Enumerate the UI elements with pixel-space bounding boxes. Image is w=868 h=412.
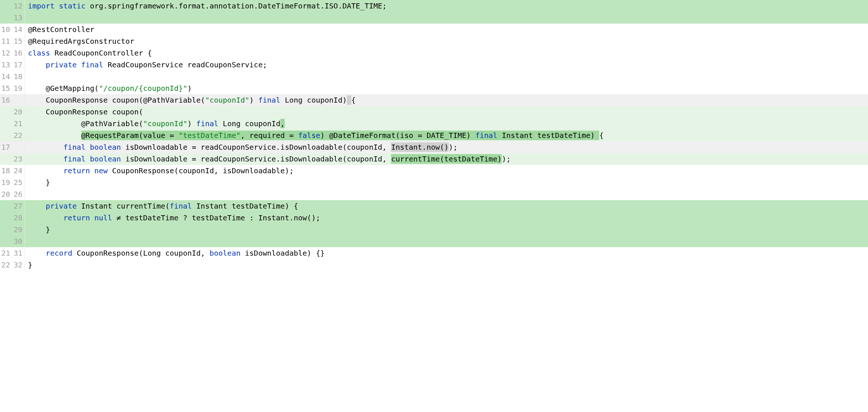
diff-line[interactable]: 28 return null ≠ testDateTime ? testDate… bbox=[0, 212, 868, 224]
gutter[interactable]: 1824 bbox=[0, 165, 25, 177]
word-diff-added: currentTime(testDateTime) bbox=[391, 154, 502, 164]
diff-line[interactable]: 21 @PathVariable("couponId") final Long … bbox=[0, 118, 868, 129]
diff-line[interactable]: 2232} bbox=[0, 259, 868, 271]
code-text: ReadCouponService readCouponService; bbox=[108, 60, 267, 69]
gutter[interactable]: 2026 bbox=[0, 188, 25, 200]
code-text: @RequestParam(value = bbox=[81, 131, 179, 140]
code-text bbox=[28, 131, 81, 140]
code-text: } bbox=[28, 260, 32, 269]
code-content[interactable]: import static org.springframework.format… bbox=[25, 0, 859, 12]
gutter[interactable]: 27 bbox=[0, 200, 25, 212]
gutter[interactable]: 28 bbox=[0, 212, 25, 224]
gutter[interactable]: 2131 bbox=[0, 247, 25, 259]
diff-line[interactable]: 13 bbox=[0, 12, 868, 24]
old-line-number: 13 bbox=[0, 59, 13, 71]
diff-line[interactable]: 22 @RequestParam(value = "testDateTime",… bbox=[0, 129, 868, 141]
diff-line[interactable]: 1014@RestController bbox=[0, 24, 868, 35]
gutter[interactable]: 16 bbox=[0, 94, 25, 106]
code-keyword: import bbox=[28, 1, 59, 10]
diff-line[interactable]: 17 final boolean isDownloadable = readCo… bbox=[0, 141, 868, 153]
code-content[interactable]: } bbox=[25, 177, 859, 188]
code-keyword: final bbox=[196, 119, 223, 128]
diff-line[interactable]: 1216class ReadCouponController { bbox=[0, 47, 868, 59]
old-line-number: 21 bbox=[0, 247, 13, 259]
gutter[interactable]: 12 bbox=[0, 0, 25, 12]
code-content[interactable]: final boolean isDownloadable = readCoupo… bbox=[25, 153, 859, 165]
code-content[interactable]: @PathVariable("couponId") final Long cou… bbox=[25, 118, 859, 129]
code-content[interactable]: } bbox=[25, 259, 859, 271]
new-line-number: 19 bbox=[13, 82, 25, 94]
gutter[interactable]: 1925 bbox=[0, 177, 25, 188]
code-content[interactable]: CouponResponse coupon( bbox=[25, 106, 859, 118]
diff-line[interactable]: 2026 bbox=[0, 188, 868, 200]
gutter[interactable]: 21 bbox=[0, 118, 25, 129]
code-text bbox=[28, 202, 46, 210]
gutter[interactable]: 30 bbox=[0, 235, 25, 247]
diff-container: 12import static org.springframework.form… bbox=[0, 0, 868, 271]
code-content[interactable]: private final ReadCouponService readCoup… bbox=[25, 59, 859, 71]
code-text: { bbox=[599, 131, 604, 140]
diff-marker-strip bbox=[859, 59, 868, 71]
old-line-number: 11 bbox=[0, 35, 13, 47]
diff-line[interactable]: 1115@RequiredArgsConstructor bbox=[0, 35, 868, 47]
diff-line[interactable]: 12import static org.springframework.form… bbox=[0, 0, 868, 12]
gutter[interactable]: 23 bbox=[0, 153, 25, 165]
diff-marker-strip bbox=[859, 35, 868, 47]
gutter[interactable]: 1317 bbox=[0, 59, 25, 71]
code-content[interactable]: @GetMapping("/coupon/{couponId}") bbox=[25, 82, 859, 94]
code-content[interactable]: final boolean isDownloadable = readCoupo… bbox=[25, 141, 859, 153]
diff-line[interactable]: 16 CouponResponse coupon(@PathVariable("… bbox=[0, 94, 868, 106]
code-content[interactable]: class ReadCouponController { bbox=[25, 47, 859, 59]
diff-line[interactable]: 20 CouponResponse coupon( bbox=[0, 106, 868, 118]
new-line-number bbox=[13, 94, 25, 106]
gutter[interactable]: 1519 bbox=[0, 82, 25, 94]
code-content[interactable]: @RequiredArgsConstructor bbox=[25, 35, 859, 47]
diff-marker-strip bbox=[859, 247, 868, 259]
gutter[interactable]: 1418 bbox=[0, 71, 25, 82]
code-text: } bbox=[28, 178, 50, 187]
diff-line[interactable]: 2131 record CouponResponse(Long couponId… bbox=[0, 247, 868, 259]
old-line-number bbox=[0, 212, 13, 224]
gutter[interactable]: 2232 bbox=[0, 259, 25, 271]
diff-line[interactable]: 1519 @GetMapping("/coupon/{couponId}") bbox=[0, 82, 868, 94]
gutter[interactable]: 13 bbox=[0, 12, 25, 24]
code-content[interactable]: CouponResponse coupon(@PathVariable("cou… bbox=[25, 94, 859, 106]
code-keyword: boolean bbox=[210, 249, 245, 258]
diff-marker-strip bbox=[859, 24, 868, 35]
code-content[interactable]: return new CouponResponse(couponId, isDo… bbox=[25, 165, 859, 177]
old-line-number: 10 bbox=[0, 24, 13, 35]
diff-line[interactable]: 1925 } bbox=[0, 177, 868, 188]
old-line-number: 19 bbox=[0, 177, 13, 188]
code-text: CouponResponse(couponId, isDownloadable)… bbox=[112, 166, 294, 175]
diff-line[interactable]: 1418 bbox=[0, 71, 868, 82]
new-line-number: 12 bbox=[13, 0, 25, 12]
gutter[interactable]: 29 bbox=[0, 224, 25, 235]
gutter[interactable]: 1014 bbox=[0, 24, 25, 35]
gutter[interactable]: 1216 bbox=[0, 47, 25, 59]
code-content[interactable]: private Instant currentTime(final Instan… bbox=[25, 200, 859, 212]
diff-line[interactable]: 1317 private final ReadCouponService rea… bbox=[0, 59, 868, 71]
code-keyword: final boolean bbox=[63, 143, 125, 152]
gutter[interactable]: 17 bbox=[0, 141, 25, 153]
old-line-number bbox=[0, 153, 13, 165]
code-keyword: return new bbox=[63, 166, 112, 175]
diff-line[interactable]: 30 bbox=[0, 235, 868, 247]
code-text: @RequiredArgsConstructor bbox=[28, 37, 134, 46]
code-content[interactable]: @RestController bbox=[25, 24, 859, 35]
diff-line[interactable]: 27 private Instant currentTime(final Ins… bbox=[0, 200, 868, 212]
gutter[interactable]: 1115 bbox=[0, 35, 25, 47]
diff-line[interactable]: 1824 return new CouponResponse(couponId,… bbox=[0, 165, 868, 177]
code-content[interactable]: return null ≠ testDateTime ? testDateTim… bbox=[25, 212, 859, 224]
new-line-number: 25 bbox=[13, 177, 25, 188]
code-content[interactable]: } bbox=[25, 224, 859, 235]
code-text: CouponResponse coupon( bbox=[28, 107, 143, 116]
diff-marker-strip bbox=[859, 118, 868, 129]
gutter[interactable]: 20 bbox=[0, 106, 25, 118]
code-text: Instant currentTime( bbox=[81, 202, 170, 210]
code-content[interactable]: record CouponResponse(Long couponId, boo… bbox=[25, 247, 859, 259]
gutter[interactable]: 22 bbox=[0, 129, 25, 141]
diff-line[interactable]: 23 final boolean isDownloadable = readCo… bbox=[0, 153, 868, 165]
diff-marker-strip bbox=[859, 47, 868, 59]
code-content[interactable]: @RequestParam(value = "testDateTime", re… bbox=[25, 129, 859, 141]
diff-line[interactable]: 29 } bbox=[0, 224, 868, 235]
